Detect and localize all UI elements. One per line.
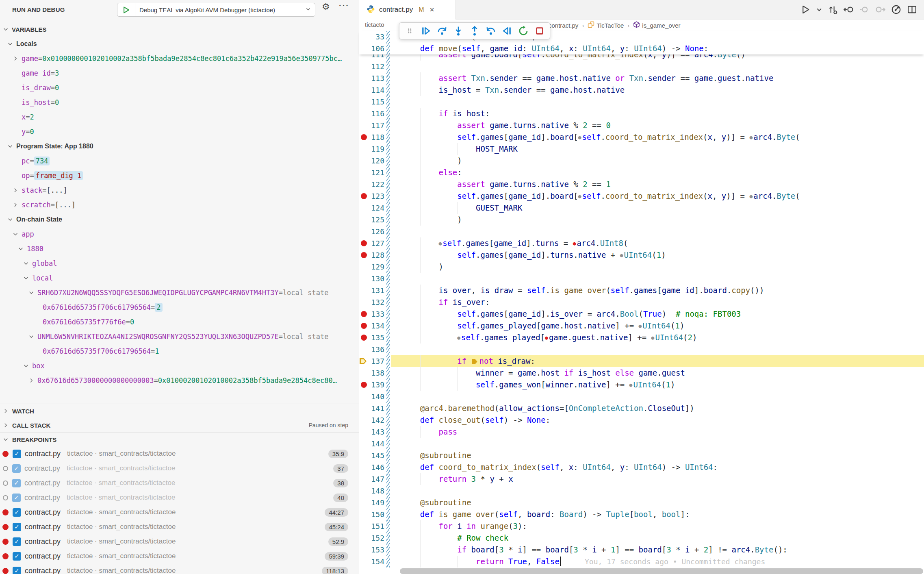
code-line-123[interactable]: 123 self.games[game_id].board[●self.coor… [359,190,924,202]
code-line-134[interactable]: 134 self.games_played[game.host.native] … [359,320,924,332]
breadcrumb-item[interactable]: is_game_over [633,21,680,29]
code-text[interactable]: if not is_draw: [401,355,535,367]
code-text[interactable]: @arc4.baremethod(allow_actions=[OnComple… [401,402,694,414]
code-text[interactable]: ) [401,155,462,167]
line-number[interactable]: 138 [359,367,384,379]
code-text[interactable]: @subroutine [401,497,471,509]
breadcrumb-item[interactable]: contract.py [549,22,578,29]
step-over-button[interactable] [435,24,449,38]
code-line-136[interactable]: 136 [359,344,924,355]
code-text[interactable]: self.games_won[winner.native] += ●UInt64… [401,379,675,391]
code-text[interactable]: self.games[game_id].is_over = arc4.Bool(… [401,308,741,320]
code-line-114[interactable]: 114 is_host = Txn.sender == game.host.na… [359,84,924,96]
chevron-right-icon[interactable] [28,378,34,383]
code-line-138[interactable]: 138 winner = game.host if is_host else g… [359,367,924,379]
chevron-down-icon[interactable] [3,437,9,442]
watch-section-header[interactable]: WATCH [0,404,359,418]
code-line-124[interactable]: 124 GUEST_MARK [359,202,924,214]
tree-row-0x67616d65730000000000000003[interactable]: 0x67616d65730000000000000003 = 0x0100020… [0,373,359,388]
code-text[interactable]: assert game.board[self.coord_to_matrix_i… [401,54,746,61]
breakpoint-row[interactable]: ✓contract.pytictactoe · smart_contracts/… [0,446,359,461]
tree-row-0x67616d65735f706c61796564[interactable]: 0x67616d65735f706c61796564 = 2 [0,300,359,315]
breakpoint-row[interactable]: ✓contract.pytictactoe · smart_contracts/… [0,520,359,534]
chevron-down-icon[interactable] [28,290,34,296]
tree-row-op[interactable]: op = frame_dig 1 [0,168,359,183]
code-text[interactable]: is_host = Txn.sender == game.host.native [401,84,625,96]
code-text[interactable]: self.games[game_id].board[●self.coord_to… [401,190,800,202]
tree-row-variables[interactable]: VARIABLES [0,22,359,37]
chevron-down-icon[interactable] [23,275,29,281]
sticky-line-106[interactable]: 106 def move(self, game_id: UInt64, x: U… [359,43,924,54]
line-number[interactable]: 128 [359,249,384,261]
code-line-147[interactable]: 147 return 3 * y + x [359,473,924,485]
inline-breakpoint-dot-icon[interactable]: ● [457,335,460,341]
chevron-right-icon[interactable] [3,422,9,428]
code-text[interactable]: else: [401,167,462,178]
line-number[interactable]: 124 [359,202,384,214]
code-line-130[interactable]: 130 [359,273,924,285]
code-text[interactable]: for i in urange(3): [401,520,527,532]
code-text[interactable]: ●self.games_played[●game.guest.native] +… [401,332,697,344]
tree-row-scratch[interactable]: scratch = [...] [0,198,359,212]
chevron-down-icon[interactable] [13,231,18,237]
code-text[interactable]: if is_host: [401,108,490,120]
line-number[interactable]: 146 [359,461,384,473]
code-text[interactable]: if board[3 * i] == board[3 * i + 1] == b… [401,544,787,556]
close-icon[interactable]: × [429,5,434,14]
run-dropdown-icon[interactable] [816,4,822,16]
breakpoint-checkbox[interactable]: ✓ [13,537,21,546]
inline-breakpoint-dot-icon[interactable]: ● [545,335,548,341]
code-line-139[interactable]: 139 self.games_won[winner.native] += ●UI… [359,379,924,391]
continue-button[interactable] [419,24,433,38]
code-line-129[interactable]: 129 ) [359,261,924,273]
chevron-down-icon[interactable] [28,334,34,339]
line-number[interactable]: 136 [359,344,384,355]
line-number[interactable]: 139 [359,379,384,391]
line-number[interactable]: 121 [359,167,384,178]
code-line-141[interactable]: 141 @arc4.baremethod(allow_actions=[OnCo… [359,402,924,414]
code-line-150[interactable]: 150 def is_game_over(self, board: Board)… [359,509,924,520]
inline-breakpoint-dot-icon[interactable]: ● [750,193,753,199]
code-text[interactable]: self.games[game_id].turns.native + ●UInt… [401,249,666,261]
tree-row-locals[interactable]: Locals [0,37,359,51]
breakpoint-checkbox[interactable]: ✓ [13,523,21,531]
inline-breakpoint-dot-icon[interactable]: ● [439,240,442,246]
breakpoint-checkbox[interactable]: ✓ [12,479,21,487]
line-number[interactable]: 111 [359,54,384,61]
tree-row-global[interactable]: global [0,256,359,271]
inline-breakpoint-dot-icon[interactable]: ● [750,134,753,140]
tree-row-box[interactable]: box [0,359,359,373]
inline-breakpoint-dot-icon[interactable]: ● [578,134,581,140]
inline-breakpoint-dot-icon[interactable]: ● [620,252,623,258]
chevron-right-icon[interactable] [13,187,18,193]
chevron-down-icon[interactable] [7,41,13,47]
chevron-down-icon[interactable] [7,144,13,149]
tree-row-unml6w5nvhrikteozaa4ni2swqrosg[interactable]: UNML6W5NVHRIKTEOZAA4NI2SWQROSGNFNY2QS523… [0,329,359,344]
line-number[interactable]: 132 [359,296,384,308]
code-line-137[interactable]: 137 if not is_draw: [359,355,924,367]
chevron-right-icon[interactable] [13,56,18,61]
tab-contract-py[interactable]: contract.py M × [359,0,456,20]
code-text[interactable]: return True, FalseYou, 17 seconds ago • … [401,556,765,567]
line-number[interactable]: 154 [359,556,384,567]
code-text[interactable]: def close_out(self) -> None: [401,414,550,426]
breakpoint-checkbox[interactable]: ✓ [12,464,21,473]
line-number[interactable]: 147 [359,473,384,485]
breakpoint-checkbox[interactable]: ✓ [12,494,21,502]
code-text[interactable]: assert Txn.sender == game.host.native or… [401,72,773,84]
code-text[interactable]: def is_game_over(self, board: Board) -> … [401,509,690,520]
code-line-126[interactable]: 126 [359,226,924,237]
tree-row-game-id[interactable]: game_id = 3 [0,66,359,80]
tree-row-1880[interactable]: 1880 [0,241,359,256]
code-line-125[interactable]: 125 ) [359,214,924,226]
code-text[interactable]: return 3 * y + x [401,473,513,485]
code-line-142[interactable]: 142 def close_out(self) -> None: [359,414,924,426]
restart-button[interactable] [516,24,530,38]
tree-row-srh6d7xu2n6wqq5ssydqfg5eso6jwe[interactable]: SRH6D7XU2N6WQQ5SSYDQFG5ESO6JWEQIDPGLUGYC… [0,285,359,300]
line-number[interactable]: 145 [359,450,384,461]
breakpoint-checkbox[interactable]: ✓ [13,508,21,517]
line-number[interactable]: 119 [359,143,384,155]
inline-breakpoint-dot-icon[interactable]: ● [651,335,655,341]
chevron-down-icon[interactable] [3,26,9,32]
breakpoint-checkbox[interactable]: ✓ [13,567,21,574]
